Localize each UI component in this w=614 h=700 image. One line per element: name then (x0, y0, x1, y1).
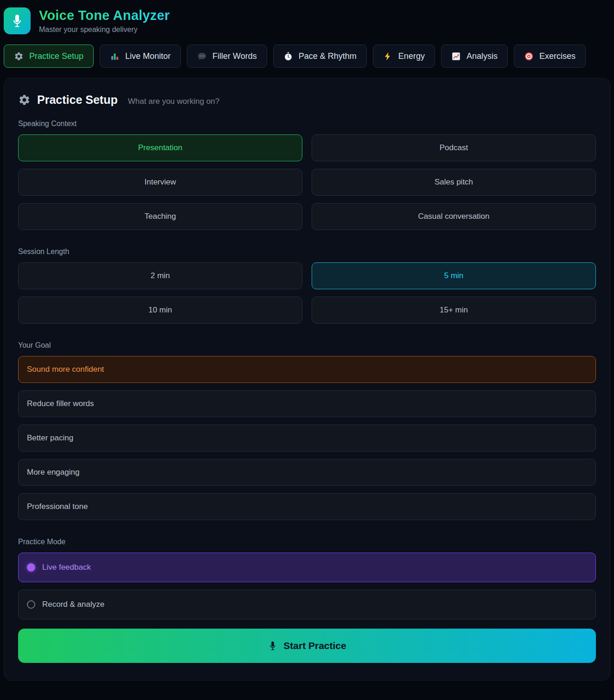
context-option-presentation[interactable]: Presentation (18, 134, 302, 161)
context-option-casual-conversation[interactable]: Casual conversation (312, 203, 596, 230)
tab-live-monitor[interactable]: Live Monitor (100, 45, 181, 68)
tab-bar: Practice Setup Live Monitor Filler Words… (0, 45, 614, 68)
tab-label: Energy (398, 51, 425, 61)
chart-icon (451, 51, 461, 61)
goal-option-professional-tone[interactable]: Professional tone (18, 493, 596, 520)
radio-selected-icon (27, 563, 35, 572)
tab-energy[interactable]: Energy (373, 45, 435, 68)
goal-option-more-engaging[interactable]: More engaging (18, 459, 596, 486)
target-icon (524, 51, 534, 61)
app-subtitle: Master your speaking delivery (39, 25, 170, 34)
tab-label: Practice Setup (29, 51, 83, 61)
bar-chart-icon (110, 51, 120, 61)
practice-setup-panel: Practice Setup What are you working on? … (4, 78, 610, 681)
panel-header: Practice Setup What are you working on? (18, 93, 596, 107)
tab-exercises[interactable]: Exercises (514, 45, 586, 68)
mode-option-record-analyze[interactable]: Record & analyze (18, 590, 596, 619)
tab-label: Exercises (539, 51, 576, 61)
gear-icon (14, 51, 24, 61)
section-label-speaking-context: Speaking Context (18, 120, 596, 128)
microphone-icon (10, 13, 25, 28)
section-label-practice-mode: Practice Mode (18, 538, 596, 546)
section-label-your-goal: Your Goal (18, 341, 596, 350)
goal-options: Sound more confident Reduce filler words… (18, 356, 596, 520)
microphone-icon (268, 641, 278, 651)
speech-bubble-icon (197, 51, 207, 61)
gear-icon (18, 94, 31, 106)
tab-label: Live Monitor (125, 51, 171, 61)
session-length-options: 2 min 5 min 10 min 15+ min (18, 262, 596, 324)
length-option-15-plus-min[interactable]: 15+ min (312, 297, 596, 324)
start-practice-label: Start Practice (283, 640, 346, 651)
panel-title: Practice Setup (37, 93, 118, 107)
mode-option-live-feedback[interactable]: Live feedback (18, 553, 596, 582)
tab-filler-words[interactable]: Filler Words (187, 45, 267, 68)
tab-label: Filler Words (212, 51, 257, 61)
goal-option-better-pacing[interactable]: Better pacing (18, 425, 596, 452)
tab-label: Pace & Rhythm (299, 51, 357, 61)
tab-practice-setup[interactable]: Practice Setup (4, 45, 94, 68)
goal-option-reduce-filler-words[interactable]: Reduce filler words (18, 390, 596, 417)
app-title: Voice Tone Analyzer (39, 8, 170, 23)
tab-analysis[interactable]: Analysis (441, 45, 508, 68)
practice-mode-options: Live feedback Record & analyze (18, 553, 596, 619)
context-option-interview[interactable]: Interview (18, 169, 302, 196)
panel-subtitle: What are you working on? (128, 97, 220, 106)
context-option-podcast[interactable]: Podcast (312, 134, 596, 161)
length-option-10-min[interactable]: 10 min (18, 297, 302, 324)
section-label-session-length: Session Length (18, 248, 596, 256)
speaking-context-options: Presentation Podcast Interview Sales pit… (18, 134, 596, 230)
context-option-teaching[interactable]: Teaching (18, 203, 302, 230)
app-logo (4, 7, 31, 34)
goal-option-sound-more-confident[interactable]: Sound more confident (18, 356, 596, 383)
stopwatch-icon (283, 51, 293, 61)
lightning-icon (383, 51, 393, 61)
tab-label: Analysis (467, 51, 498, 61)
start-practice-button[interactable]: Start Practice (18, 629, 596, 663)
app-title-block: Voice Tone Analyzer Master your speaking… (39, 8, 170, 34)
mode-option-label: Record & analyze (42, 600, 104, 609)
mode-option-label: Live feedback (42, 563, 91, 572)
length-option-5-min[interactable]: 5 min (312, 262, 596, 289)
app-header: Voice Tone Analyzer Master your speaking… (0, 0, 614, 39)
tab-pace-rhythm[interactable]: Pace & Rhythm (273, 45, 367, 68)
radio-unselected-icon (27, 600, 35, 609)
length-option-2-min[interactable]: 2 min (18, 262, 302, 289)
context-option-sales-pitch[interactable]: Sales pitch (312, 169, 596, 196)
